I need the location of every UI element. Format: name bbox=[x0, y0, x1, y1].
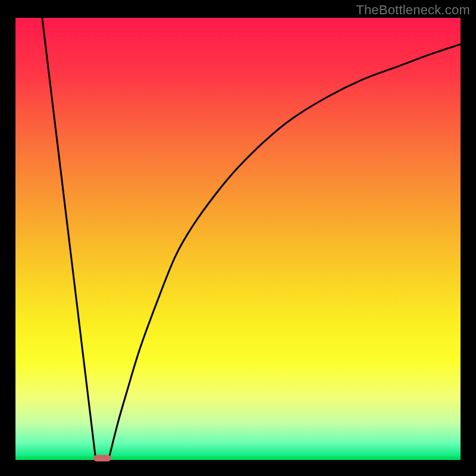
bottleneck-chart bbox=[0, 0, 476, 476]
plot-background bbox=[15, 18, 461, 458]
minimum-marker bbox=[93, 455, 111, 461]
watermark-text: TheBottleneck.com bbox=[356, 2, 470, 18]
chart-frame: TheBottleneck.com bbox=[0, 0, 476, 476]
